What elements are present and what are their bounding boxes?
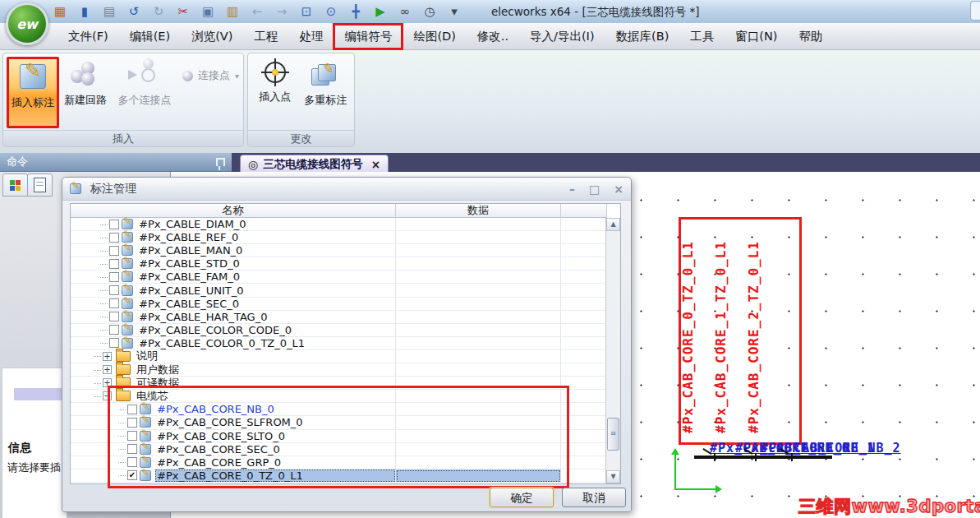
scroll-down-icon[interactable]: ▼ [606,470,620,483]
menu-item[interactable]: 绘图(D) [403,24,466,49]
insert-point-button[interactable]: 插入点 [251,57,299,127]
folder-icon [116,351,131,362]
table-row[interactable]: #Px_CABLE_REF_0 [71,231,620,244]
table-row[interactable]: #Px_CABLE_DIAM_0 [71,218,620,231]
row-label: #Px_CAB_CORE_SLFROM_0 [155,416,395,428]
forward-icon[interactable]: → [274,4,289,19]
table-row[interactable]: #Px_CAB_CORE_NB_0 [71,403,620,416]
connection-point-button[interactable]: 连接点 ▾ [182,68,239,83]
table-row[interactable]: −电缆芯 [71,390,620,403]
checkbox[interactable] [127,457,137,467]
menu-item[interactable]: 编辑符号 [334,24,403,49]
tab-close-icon[interactable]: × [371,158,380,171]
table-row[interactable]: #Px_CAB_CORE_SLFROM_0 [71,416,620,429]
dock-tab-document[interactable] [27,173,53,197]
checkbox[interactable] [109,246,119,256]
pin-icon[interactable] [216,158,225,166]
menu-item[interactable]: 处理 [288,24,334,49]
checkbox[interactable] [109,285,119,295]
save-icon[interactable]: ▮ [77,4,92,19]
cut-icon[interactable]: ✂ [176,4,191,19]
checkbox[interactable] [127,418,137,428]
checkbox[interactable]: ✔ [127,470,137,480]
table-row[interactable]: #Px_CABLE_SEC_0 [71,298,620,311]
tag-pencil-icon [122,258,133,269]
row-label: 电缆芯 [135,389,395,404]
regen-icon[interactable]: ▶ [373,4,388,19]
copy-icon[interactable]: ▣ [200,4,215,19]
checkbox[interactable] [109,338,119,348]
checkbox[interactable] [127,444,137,454]
row-label: #Px_CAB_CORE_SLTO_0 [155,430,395,442]
paste-icon[interactable]: ▥ [225,4,240,19]
scroll-up-icon[interactable]: ▲ [606,218,620,231]
menu-item[interactable]: 数据库(B) [605,24,680,49]
menu-item[interactable]: 导入/导出(I) [519,24,605,49]
expand-icon[interactable]: + [103,365,112,374]
row-label: #Px_CABLE_FAM_0 [137,271,395,283]
chevron-down-icon[interactable]: ▾ [235,72,239,81]
image-icon[interactable]: ▦ [53,4,67,19]
expand-icon[interactable]: + [103,378,112,387]
table-row[interactable]: #Px_CAB_CORE_SLTO_0 [71,430,620,443]
command-panel-header[interactable]: 命令 [0,153,232,172]
pan-icon[interactable]: ╋ [348,4,363,19]
table-row[interactable]: #Px_CAB_CORE_GRP_0 [71,456,620,469]
table-row[interactable]: #Px_CABLE_UNIT_0 [71,284,620,297]
zoom-window-icon[interactable]: ⊡ [299,4,314,19]
new-circuit-button[interactable]: 新建回路 [59,57,112,127]
more-icon[interactable]: ▾ [447,4,462,19]
ok-button[interactable]: 确定 [490,488,554,507]
multiple-connection-points-button[interactable]: 多个连接点 [112,57,177,127]
minimize-icon[interactable]: – [569,183,575,196]
table-row[interactable]: #Px_CABLE_HAR_TAG_0 [71,311,620,324]
menu-item[interactable]: 编辑(E) [119,24,181,49]
maximize-icon[interactable]: □ [589,183,600,196]
multiple-annotation-button[interactable]: 多重标注 [299,57,352,127]
expand-icon[interactable]: + [103,352,112,361]
table-row[interactable]: #Px_CABLE_STD_0 [71,257,620,271]
checkbox[interactable] [109,312,119,321]
print-icon[interactable]: ▤ [102,4,117,19]
back-icon[interactable]: ← [250,4,265,19]
clock-icon[interactable]: ◷ [422,4,437,19]
info-panel: 信息 请选择要插 [2,368,67,518]
menu-item[interactable]: 工具 [679,24,725,49]
checkbox[interactable] [109,272,119,282]
cancel-button[interactable]: 取消 [562,488,626,507]
document-tab[interactable]: ◎ 三芯电缆接线图符号 × [240,155,389,173]
column-header-name[interactable]: 名称 [71,204,396,218]
dock-tab-components[interactable] [2,173,28,197]
collapse-icon[interactable]: − [103,391,112,400]
checkbox[interactable] [109,259,119,269]
menu-item[interactable]: 浏览(V) [181,24,243,49]
undo-icon[interactable]: ↺ [127,4,141,19]
menu-item[interactable]: 帮助 [789,24,834,49]
tree-line [94,382,101,384]
checkbox[interactable] [109,298,119,308]
menu-item[interactable]: 文件(F) [58,24,119,49]
table-row[interactable]: #Px_CABLE_FAM_0 [71,271,620,284]
scrollbar[interactable]: ▲ ≡ ▼ [605,218,620,483]
menu-item[interactable]: 窗口(N) [725,24,788,49]
find-icon[interactable]: ∞ [398,4,412,19]
dialog-title-bar[interactable]: 标注管理 – □ × [62,178,631,201]
menu-item[interactable]: 修改.. [467,24,519,49]
table-row[interactable]: #Px_CABLE_COLOR_CODE_0 [71,324,620,337]
checkbox[interactable] [109,233,119,243]
insert-annotation-button[interactable]: 插入标注 [7,57,59,128]
table-row[interactable]: #Px_CABLE_MAN_0 [71,244,620,257]
column-header-data[interactable]: 数据 [396,204,561,218]
checkbox[interactable] [109,325,119,335]
close-icon[interactable]: × [614,183,623,196]
checkbox[interactable] [127,431,137,441]
table-row[interactable]: #Px_CAB_CORE_SEC_0 [71,443,620,456]
checkbox[interactable] [127,405,137,414]
redo-icon[interactable]: ↻ [151,4,166,19]
app-logo[interactable]: ew [6,2,48,45]
menu-item[interactable]: 工程 [243,24,288,49]
checkbox[interactable] [109,220,119,229]
scrollbar-thumb[interactable]: ≡ [607,418,619,451]
zoom-icon[interactable]: ⊙ [324,4,338,19]
table-row[interactable]: ✔#Px_CAB_CORE_0_TZ_0_L1 [71,469,620,483]
